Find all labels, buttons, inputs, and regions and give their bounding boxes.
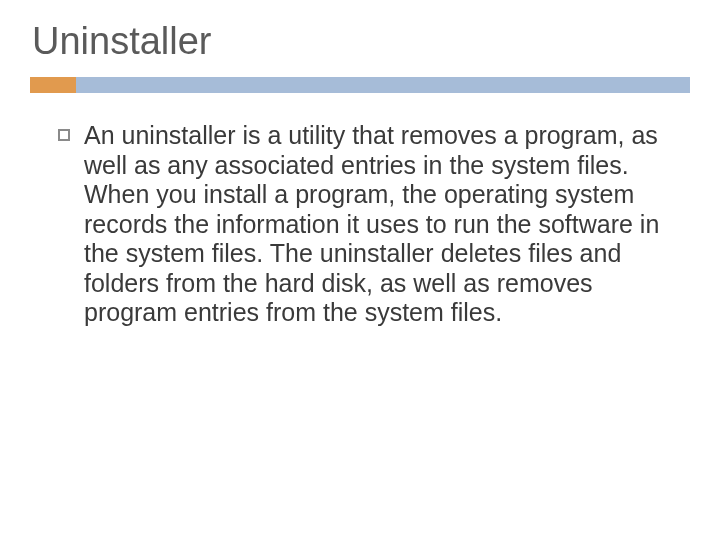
list-item: An uninstaller is a utility that removes… [58, 121, 680, 328]
title-divider [30, 77, 690, 93]
slide-title: Uninstaller [32, 20, 690, 63]
square-bullet-icon [58, 129, 70, 141]
content-area: An uninstaller is a utility that removes… [30, 121, 690, 328]
body-text: An uninstaller is a utility that removes… [84, 121, 680, 328]
slide: Uninstaller An uninstaller is a utility … [0, 0, 720, 540]
accent-block-orange [30, 77, 76, 93]
accent-block-blue [76, 77, 690, 93]
